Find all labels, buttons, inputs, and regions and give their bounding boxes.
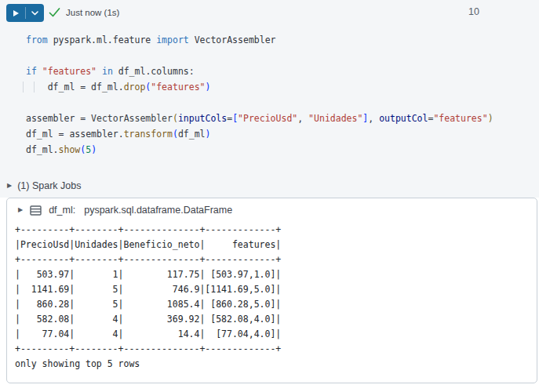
last-run-status: Just now (1s): [66, 8, 119, 17]
collapse-triangle-icon: ▶: [18, 207, 23, 213]
code-editor[interactable]: from pyspark.ml.feature import VectorAss…: [26, 32, 493, 158]
spark-jobs-toggle[interactable]: ▶ (1) Spark Jobs: [7, 179, 81, 193]
code-line: if "features" in df_ml.columns:: [26, 64, 493, 79]
code-line: df_ml = df_ml.drop("features"): [26, 79, 493, 95]
code-line: df_ml = assembler.transform(df_ml): [26, 126, 493, 142]
code-line: [26, 48, 493, 64]
collapse-triangle-icon: ▶: [7, 183, 12, 189]
spark-jobs-label: (1) Spark Jobs: [17, 180, 81, 191]
chevron-down-icon: [31, 11, 38, 16]
code-line: df_ml.show(5): [26, 142, 493, 158]
run-button-play-half[interactable]: [6, 4, 25, 22]
cell-execution-count: 10: [468, 6, 479, 17]
code-line: assembler = VectorAssembler(inputCols=["…: [26, 111, 493, 126]
run-cell-button[interactable]: [6, 4, 44, 22]
notebook-cell: Just now (1s) 10 from pyspark.ml.feature…: [0, 0, 539, 198]
cell-output-panel: ▶ df_ml: pyspark.sql.dataframe.DataFrame…: [6, 198, 537, 383]
success-check-icon: [49, 7, 60, 18]
dataframe-name: df_ml:: [49, 205, 75, 216]
show-output-text: +---------+--------+--------------+-----…: [15, 223, 281, 372]
dataframe-result-toggle[interactable]: ▶ df_ml: pyspark.sql.dataframe.DataFrame: [18, 205, 232, 216]
code-line: from pyspark.ml.feature import VectorAss…: [26, 32, 493, 48]
play-icon: [13, 10, 19, 16]
table-icon: [30, 205, 42, 216]
dataframe-type: pyspark.sql.dataframe.DataFrame: [84, 205, 232, 216]
run-options-dropdown[interactable]: [26, 4, 45, 22]
code-line: [26, 95, 493, 111]
